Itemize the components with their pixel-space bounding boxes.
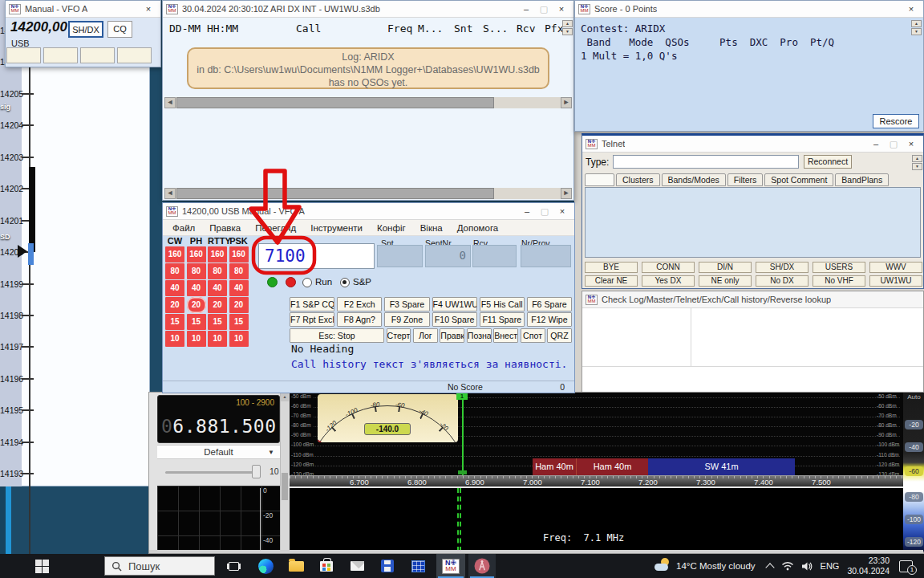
- file-explorer-icon[interactable]: [284, 554, 308, 578]
- log-column-header[interactable]: M...: [418, 22, 443, 35]
- band-button[interactable]: 160: [165, 246, 184, 263]
- band-button[interactable]: 10: [165, 331, 184, 347]
- band-button[interactable]: 80: [208, 263, 227, 279]
- action-button[interactable]: Внести: [493, 328, 518, 343]
- log-column-header[interactable]: Snt: [454, 22, 472, 35]
- vfo-memory-box[interactable]: [117, 47, 152, 63]
- intensity-chip[interactable]: -60: [905, 466, 923, 476]
- band-overlay-ham40m[interactable]: Ham 40m: [533, 458, 576, 475]
- close-icon[interactable]: ×: [140, 2, 157, 16]
- function-key-button[interactable]: F8 Agn?: [337, 312, 382, 327]
- band-overlay-sw41m[interactable]: SW 41m: [648, 458, 795, 475]
- vfo-titlebar[interactable]: N✙MM Manual - VFO A ×: [6, 1, 160, 18]
- telnet-command-input[interactable]: [613, 155, 799, 169]
- vfo-memory-box[interactable]: [43, 47, 78, 63]
- band-button[interactable]: 40: [208, 280, 227, 296]
- intensity-chip[interactable]: -120: [905, 537, 923, 547]
- band-button[interactable]: 20: [165, 297, 184, 313]
- language-indicator[interactable]: ENG: [821, 561, 840, 571]
- band-button[interactable]: 40: [165, 280, 184, 296]
- entry-titlebar[interactable]: N✙MM 14200,00 USB Manual - VFO A – ▢ ×: [163, 203, 574, 220]
- telnet-output-pane[interactable]: [585, 187, 921, 258]
- band-button[interactable]: 40: [229, 280, 249, 296]
- telnet-command-button[interactable]: UW1WU: [869, 275, 922, 287]
- action-button[interactable]: QRZ: [547, 328, 572, 343]
- close-icon[interactable]: ×: [902, 136, 920, 151]
- telnet-command-button[interactable]: NE only: [699, 275, 752, 287]
- log-column-header[interactable]: Freq: [387, 22, 412, 35]
- spectrum-display[interactable]: -50 dBm-60 dBm-70 dBm-80 dBm-90 dBm-100 …: [290, 393, 903, 475]
- sentnr-field[interactable]: 0: [425, 245, 471, 267]
- telnet-tab[interactable]: [585, 173, 614, 186]
- close-icon[interactable]: ×: [553, 204, 571, 218]
- function-key-button[interactable]: F7 Rpt Exch: [290, 312, 334, 327]
- log-spinner[interactable]: ▲▼: [562, 20, 573, 35]
- bandmap-frequency-row[interactable]: 14202: [0, 173, 150, 204]
- scrollbar-thumb[interactable]: [176, 188, 494, 199]
- function-key-button[interactable]: F4 UW1WU: [432, 297, 477, 311]
- check-titlebar[interactable]: N✙MM Check Log/Master/Telnet/Exch/Call h…: [582, 291, 923, 308]
- maximize-icon[interactable]: ▢: [885, 136, 902, 151]
- bandmap-frequency-row[interactable]: 14196: [0, 363, 150, 394]
- bandmap-frequency-row[interactable]: 14199: [0, 268, 150, 299]
- band-button[interactable]: 10: [187, 331, 206, 347]
- bandmap-frequency-row[interactable]: 14194: [0, 426, 150, 458]
- n1mm-taskbar-icon[interactable]: N✙MM: [436, 554, 465, 578]
- band-button[interactable]: 10: [229, 331, 249, 347]
- edge-browser-icon[interactable]: [253, 554, 278, 578]
- action-button[interactable]: Стерти: [387, 328, 411, 343]
- bandmap-frequency-row[interactable]: 14198: [0, 299, 150, 331]
- menu-item[interactable]: Файл: [172, 223, 195, 233]
- menu-item[interactable]: Перегляд: [255, 223, 296, 233]
- intensity-chip[interactable]: -80: [905, 492, 923, 502]
- close-icon[interactable]: ×: [553, 2, 570, 16]
- telnet-command-button[interactable]: Yes DX: [642, 275, 695, 287]
- task-view-icon[interactable]: [221, 554, 245, 578]
- sdr-frequency-display[interactable]: 100 - 2900 06.881.500: [157, 395, 280, 443]
- telnet-command-button[interactable]: CONN: [642, 262, 695, 273]
- telnet-tab[interactable]: Bands/Modes: [662, 173, 726, 186]
- snt-field[interactable]: [377, 245, 423, 267]
- rcv-field[interactable]: [472, 245, 517, 267]
- preset-dropdown[interactable]: Default ▼: [157, 445, 280, 459]
- bandmap-frequency-row[interactable]: 14195: [0, 394, 150, 425]
- save-app-icon[interactable]: [375, 554, 399, 578]
- vfo-memory-box[interactable]: [6, 47, 41, 63]
- score-titlebar[interactable]: N✙MM Score - 0 Points ×: [575, 1, 923, 18]
- minimize-icon[interactable]: –: [867, 136, 885, 151]
- intensity-chip[interactable]: -40: [905, 442, 923, 452]
- scrollbar-thumb[interactable]: [282, 473, 288, 500]
- frequency-scale[interactable]: 6.7006.8006.9007.0007.1007.2007.3007.400…: [290, 475, 903, 486]
- function-key-button[interactable]: F2 Exch: [337, 297, 382, 311]
- store-icon[interactable]: [314, 554, 338, 578]
- action-button[interactable]: Спот: [521, 328, 545, 343]
- band-button[interactable]: 20: [229, 297, 249, 313]
- cq-button[interactable]: CQ: [107, 21, 132, 38]
- rescore-button[interactable]: Rescore: [873, 114, 919, 128]
- band-button[interactable]: 160: [208, 246, 227, 263]
- band-button[interactable]: 20: [187, 297, 206, 313]
- band-button[interactable]: 15: [229, 314, 249, 330]
- wifi-icon[interactable]: [781, 561, 794, 571]
- mail-icon[interactable]: [345, 554, 369, 578]
- notification-center-icon[interactable]: 1: [899, 560, 913, 572]
- action-button[interactable]: Лог: [413, 328, 438, 343]
- waterfall-display[interactable]: Freq: 7.1 MHz: [290, 488, 903, 552]
- telnet-titlebar[interactable]: N✙MM Telnet – ▢ ×: [582, 136, 923, 153]
- bandmap-frequency-row[interactable]: 14201: [0, 205, 150, 236]
- menu-item[interactable]: Інструменти: [310, 223, 363, 233]
- log-hscrollbar[interactable]: ◄ ►: [164, 97, 572, 108]
- band-button[interactable]: 160: [187, 246, 206, 263]
- tuning-cursor[interactable]: [462, 393, 464, 475]
- menu-item[interactable]: Конфіг: [377, 223, 406, 233]
- band-button[interactable]: 160: [229, 246, 249, 263]
- clock[interactable]: 23:3030.04.2024: [847, 556, 890, 576]
- function-key-button[interactable]: F5 His Call: [480, 297, 525, 311]
- function-key-button[interactable]: F1 S&P CQ: [290, 297, 334, 311]
- log-column-header[interactable]: Rcv: [517, 22, 535, 35]
- maximize-icon[interactable]: ▢: [535, 2, 553, 16]
- speaker-icon[interactable]: [801, 561, 813, 572]
- action-button[interactable]: Esc: Stop: [290, 328, 384, 343]
- telnet-command-button[interactable]: No VHF: [813, 275, 865, 287]
- telnet-tab[interactable]: BandPlans: [835, 173, 889, 186]
